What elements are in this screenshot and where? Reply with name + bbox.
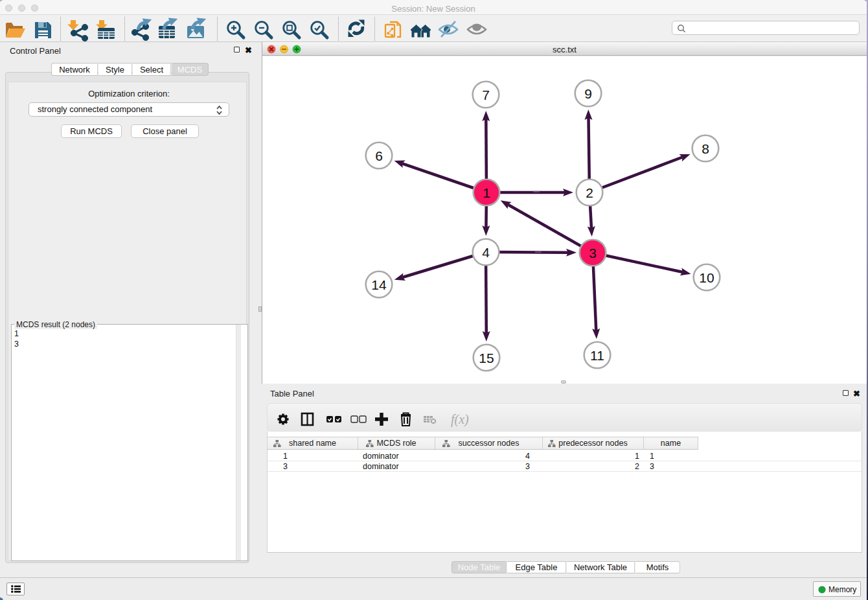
svg-text:6: 6 [375, 148, 383, 163]
svg-text:10: 10 [699, 270, 714, 285]
svg-text:4: 4 [482, 245, 490, 260]
svg-text:3: 3 [589, 246, 597, 260]
svg-text:15: 15 [479, 351, 494, 365]
svg-text:2: 2 [586, 185, 593, 200]
svg-text:1: 1 [483, 185, 490, 200]
svg-text:f(x): f(x) [451, 412, 469, 427]
svg-text:8: 8 [702, 141, 709, 156]
svg-text:11: 11 [590, 348, 604, 363]
svg-text:9: 9 [584, 86, 592, 101]
svg-text:14: 14 [371, 277, 387, 292]
svg-text:7: 7 [482, 87, 490, 102]
